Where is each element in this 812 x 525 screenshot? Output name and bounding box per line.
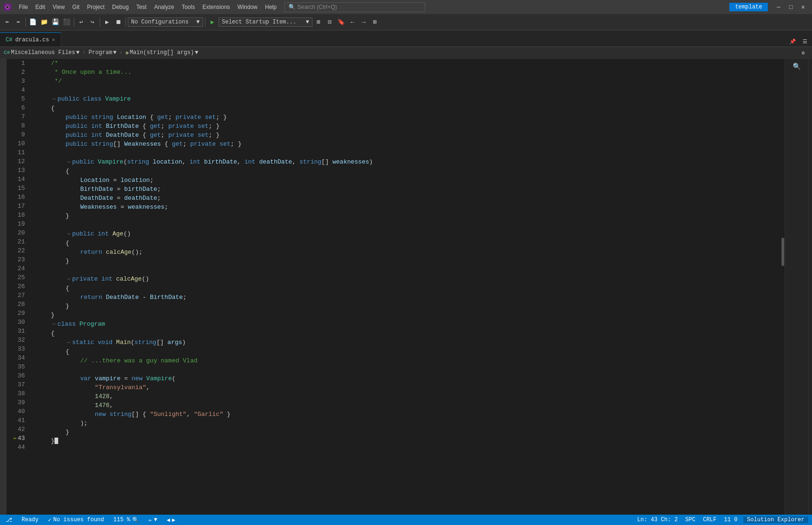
go-forward-button[interactable]: ➡	[13, 17, 23, 27]
scrollbar-thumb[interactable]	[781, 238, 784, 266]
code-line-40: new string[] { "Sunlight", "Garlic" }	[36, 410, 777, 419]
bc-method-arrow: ▼	[195, 49, 198, 56]
code-line-33: {	[36, 347, 777, 356]
solution-explorer-toggle[interactable]: Solution Explorer	[743, 517, 808, 523]
tab-overflow-button[interactable]: ☰	[800, 36, 810, 47]
menu-window[interactable]: Window	[234, 2, 261, 12]
ln-15: 15	[7, 184, 29, 193]
configuration-dropdown[interactable]: No Configurations ▼	[128, 17, 203, 27]
vertical-scrollbar[interactable]	[781, 59, 785, 515]
bc-sep-1: ›	[82, 49, 86, 56]
maximize-button[interactable]: □	[786, 2, 796, 12]
zoom-status[interactable]: 115 % 🔍	[111, 517, 141, 524]
ln-6: 6	[7, 103, 29, 112]
activity-bar	[0, 59, 7, 515]
code-editor[interactable]: 1 2 3 4 5 6 7 8 9 10 11 12 13 14 15 16 1	[7, 59, 785, 515]
right-info: 11 0	[722, 517, 740, 523]
toolbar-extra-3[interactable]: 🔖	[336, 17, 346, 27]
menu-tools[interactable]: Tools	[178, 2, 199, 12]
code-content[interactable]: /* * Once upon a time... */ ─public clas…	[32, 59, 781, 515]
redo-button[interactable]: ↪	[87, 17, 98, 27]
breadcrumb-method[interactable]: ⊕ Main(string[] args) ▼	[125, 49, 198, 56]
code-line-34: // ...there was a guy named Vlad	[36, 356, 777, 365]
undo-button[interactable]: ↩	[76, 17, 86, 27]
ln-1: 1	[7, 59, 29, 68]
ln-42: 42	[7, 425, 29, 434]
tab-dracula-cs[interactable]: C# dracula.cs ✕	[0, 32, 61, 47]
validate-dropdown: ▼	[154, 517, 157, 523]
play-icon[interactable]: ▶	[207, 17, 218, 27]
toolbar-extra-2[interactable]: ⊟	[325, 17, 335, 27]
code-line-23: }	[36, 257, 777, 266]
ln-41: 41	[7, 416, 29, 425]
menu-test[interactable]: Test	[133, 2, 150, 12]
run-button[interactable]: ▶	[102, 17, 112, 27]
code-line-8: public int BirthDate { get; private set;…	[36, 122, 777, 131]
code-line-14: Location = location;	[36, 176, 777, 185]
tab-pin-button[interactable]: 📌	[788, 36, 798, 47]
position-label: Ln: 43 Ch: 2	[637, 517, 678, 523]
toolbar-extra-6[interactable]: ⊞	[370, 17, 380, 27]
no-issues-status[interactable]: ✓ No issues found	[46, 517, 106, 524]
open-file-button[interactable]: 📁	[39, 17, 49, 27]
code-line-25: ─private int calcAge()	[36, 274, 777, 284]
save-all-button[interactable]: ⬛	[62, 17, 72, 27]
close-button[interactable]: ✕	[798, 2, 808, 12]
toolbar-extra-4[interactable]: ←	[347, 17, 358, 27]
menu-edit[interactable]: Edit	[31, 2, 49, 12]
ln-40: 40	[7, 407, 29, 416]
ln-37: 37	[7, 380, 29, 389]
menu-file[interactable]: File	[15, 2, 31, 12]
save-button[interactable]: 💾	[50, 17, 61, 27]
menu-git[interactable]: Git	[69, 2, 83, 12]
ln-27: 27	[7, 291, 29, 300]
menu-extensions[interactable]: Extensions	[199, 2, 234, 12]
code-line-21: {	[36, 239, 777, 248]
search-placeholder: Search (Ctrl+Q)	[297, 4, 337, 10]
go-back-button[interactable]: ⬅	[2, 17, 12, 27]
menu-debug[interactable]: Debug	[109, 2, 133, 12]
menu-help[interactable]: Help	[261, 2, 281, 12]
bc-class-label: Program	[88, 49, 112, 56]
menu-view[interactable]: View	[49, 2, 69, 12]
search-panel-icon[interactable]: 🔍	[793, 63, 801, 71]
ln-38: 38	[7, 389, 29, 398]
ln-33: 33	[7, 345, 29, 353]
menu-project[interactable]: Project	[83, 2, 108, 12]
code-line-28: }	[36, 302, 777, 311]
ln-32: 32	[7, 336, 29, 345]
tab-close-button[interactable]: ✕	[52, 37, 55, 43]
menu-analyze[interactable]: Analyze	[150, 2, 178, 12]
validate-button[interactable]: ✏ ▼	[147, 517, 159, 524]
nav-right-icon[interactable]: ▶	[172, 517, 175, 524]
toolbar: ⬅ ➡ 📄 📁 💾 ⬛ ↩ ↪ ▶ ⏹ No Configurations ▼ …	[0, 14, 812, 31]
startup-dropdown-arrow: ▼	[306, 19, 309, 25]
toolbar-separator-1	[25, 17, 26, 27]
issues-label: No issues found	[53, 517, 104, 523]
line-ending-status[interactable]: CRLF	[701, 517, 718, 523]
startup-item-dropdown[interactable]: Select Startup Item... ▼	[219, 17, 312, 27]
ln-11: 11	[7, 148, 29, 157]
code-line-31: {	[36, 329, 777, 338]
ln-14: 14	[7, 175, 29, 184]
nav-left-icon[interactable]: ◀	[167, 517, 170, 524]
toolbar-extra-5[interactable]: →	[359, 17, 369, 27]
toolbar-extra-1[interactable]: ⊞	[313, 17, 324, 27]
new-file-button[interactable]: 📄	[28, 17, 38, 27]
ln-29: 29	[7, 309, 29, 318]
ln-7: 7	[7, 112, 29, 121]
ln-23: 23	[7, 255, 29, 264]
nav-arrows[interactable]: ◀ ▶	[165, 517, 177, 524]
ln-19: 19	[7, 219, 29, 228]
stop-button[interactable]: ⏹	[113, 17, 124, 27]
global-search[interactable]: 🔍 Search (Ctrl+Q)	[284, 2, 425, 12]
breadcrumb-file-location[interactable]: C# Miscellaneous Files ▼	[4, 49, 79, 56]
git-status[interactable]: ⎇	[4, 517, 14, 524]
breadcrumb-settings[interactable]: ⚙	[798, 47, 808, 58]
ln-18: 18	[7, 211, 29, 219]
ln-30: 30	[7, 318, 29, 327]
minimize-button[interactable]: ─	[773, 2, 784, 12]
code-line-29: }	[36, 311, 777, 320]
breadcrumb-class[interactable]: Program ▼	[88, 49, 117, 56]
encoding-status[interactable]: SPC	[683, 517, 697, 523]
